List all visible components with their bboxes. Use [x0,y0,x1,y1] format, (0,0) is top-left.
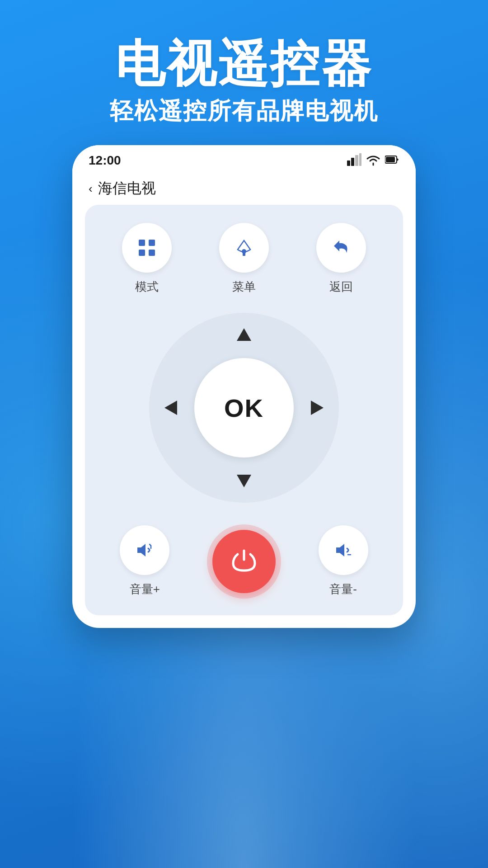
phone-mockup: 12:00 [72,145,416,628]
svg-rect-11 [243,252,245,256]
main-title: 电视遥控器 [110,36,378,91]
signal-icon [347,153,361,168]
dpad-down-button[interactable] [230,467,258,494]
mode-button[interactable] [122,223,172,273]
main-content: 电视遥控器 轻松遥控所有品牌电视机 12:00 [0,0,488,868]
volume-up-label: 音量+ [130,581,160,597]
volume-up-btn-wrap: 音量+ [120,525,169,597]
svg-rect-3 [359,153,361,166]
remote-area: 模式 菜单 [85,205,403,615]
menu-btn-wrap: 菜单 [219,223,269,295]
menu-label: 菜单 [232,279,256,295]
dpad-outer: OK [149,313,339,503]
dpad-right-button[interactable] [303,394,330,421]
volume-down-label: 音量- [329,581,357,597]
power-button[interactable] [212,530,276,593]
volume-down-btn-wrap: 音量- [319,525,368,597]
battery-icon [385,155,399,166]
dpad-container: OK [149,313,339,503]
back-label: 返回 [329,279,353,295]
svg-rect-6 [139,240,145,246]
status-icons [347,153,399,168]
svg-rect-9 [149,250,155,256]
svg-marker-12 [237,328,251,341]
menu-button[interactable] [219,223,269,273]
dpad-left-button[interactable] [158,394,185,421]
svg-marker-15 [311,401,324,415]
svg-rect-8 [139,250,145,256]
power-btn-wrap [212,530,276,593]
status-bar: 12:00 [72,145,416,172]
nav-title: 海信电视 [98,179,156,198]
svg-rect-1 [351,158,354,166]
nav-bar: ‹ 海信电视 [72,172,416,205]
svg-rect-5 [386,157,395,162]
svg-rect-7 [149,240,155,246]
back-arrow-icon[interactable]: ‹ [89,182,93,196]
status-time: 12:00 [89,153,121,168]
volume-down-button[interactable] [319,525,368,575]
wifi-icon [365,153,381,168]
sub-title: 轻松遥控所有品牌电视机 [110,95,378,127]
top-buttons-row: 模式 菜单 [99,223,389,295]
back-button[interactable] [316,223,366,273]
mode-label: 模式 [135,279,159,295]
dpad-up-button[interactable] [230,322,258,349]
svg-line-17 [150,544,151,546]
svg-marker-14 [164,401,177,415]
bottom-buttons-row: 音量+ [99,521,389,597]
header-section: 电视遥控器 轻松遥控所有品牌电视机 [110,0,378,145]
svg-rect-2 [355,155,358,166]
back-btn-wrap: 返回 [316,223,366,295]
svg-marker-13 [237,475,251,487]
ok-label: OK [224,393,264,423]
volume-up-button[interactable] [120,525,169,575]
ok-button[interactable]: OK [194,358,294,458]
svg-rect-0 [347,160,350,166]
mode-btn-wrap: 模式 [122,223,172,295]
